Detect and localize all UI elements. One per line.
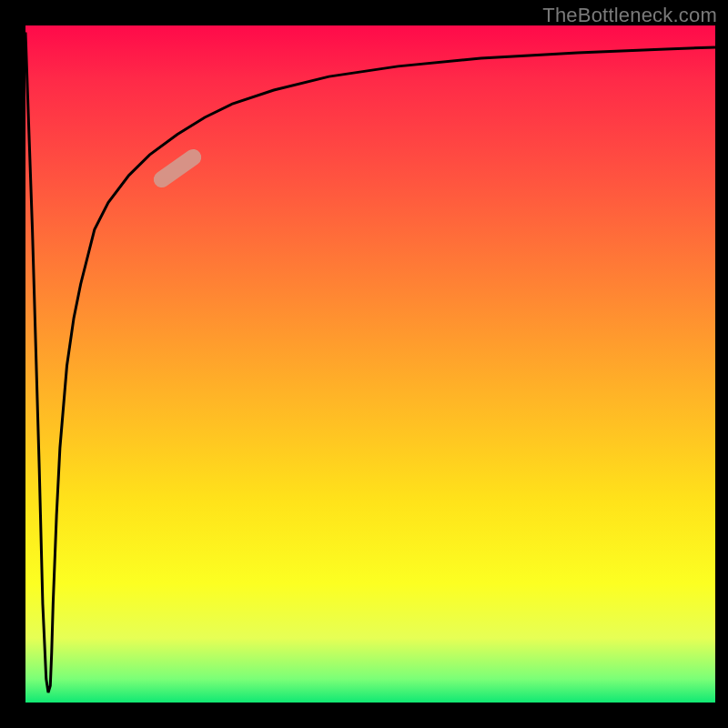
chart-stage: TheBottleneck.com xyxy=(0,0,728,728)
plot-area xyxy=(25,25,715,706)
watermark-text: TheBottleneck.com xyxy=(542,4,717,27)
x-axis xyxy=(22,703,715,706)
bottleneck-curve xyxy=(25,25,715,706)
curve-path xyxy=(25,32,715,693)
y-axis xyxy=(22,25,25,706)
